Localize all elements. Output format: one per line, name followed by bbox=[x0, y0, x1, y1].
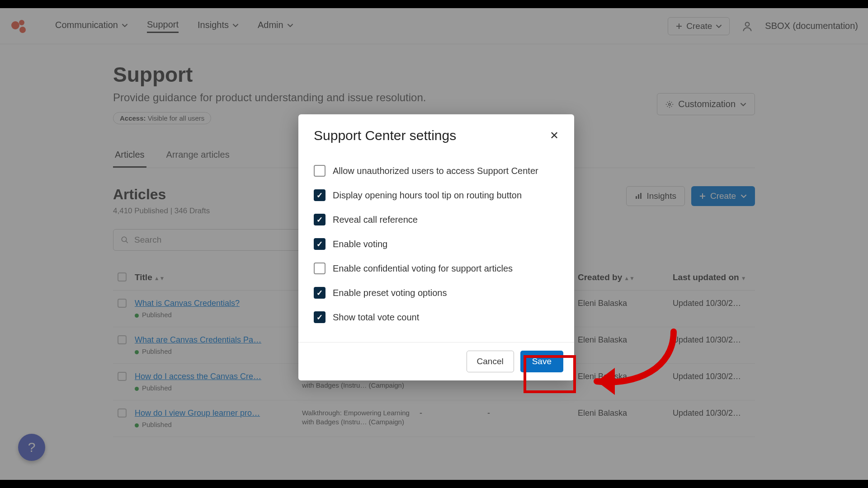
settings-option[interactable]: Reveal call reference bbox=[314, 207, 559, 232]
settings-option[interactable]: Enable voting bbox=[314, 232, 559, 256]
cancel-button[interactable]: Cancel bbox=[467, 351, 514, 372]
option-label: Show total vote count bbox=[333, 312, 419, 323]
settings-option[interactable]: Display opening hours tool tip on routin… bbox=[314, 183, 559, 207]
app-stage: Communication Support Insights Admin Cre… bbox=[0, 8, 868, 480]
checkbox[interactable] bbox=[314, 165, 326, 177]
settings-option[interactable]: Show total vote count bbox=[314, 305, 559, 329]
option-label: Reveal call reference bbox=[333, 215, 418, 225]
checkbox[interactable] bbox=[314, 263, 326, 274]
option-label: Enable confidential voting for support a… bbox=[333, 263, 513, 274]
settings-option[interactable]: Allow unauthorized users to access Suppo… bbox=[314, 159, 559, 183]
save-button[interactable]: Save bbox=[520, 351, 563, 372]
settings-option[interactable]: Enable preset voting options bbox=[314, 281, 559, 305]
option-label: Allow unauthorized users to access Suppo… bbox=[333, 166, 538, 176]
modal-title: Support Center settings bbox=[314, 128, 456, 143]
checkbox[interactable] bbox=[314, 238, 326, 250]
option-label: Display opening hours tool tip on routin… bbox=[333, 190, 522, 201]
checkbox[interactable] bbox=[314, 287, 326, 299]
settings-modal: Support Center settings ✕ Allow unauthor… bbox=[298, 114, 574, 380]
checkbox[interactable] bbox=[314, 311, 326, 323]
option-label: Enable preset voting options bbox=[333, 288, 447, 298]
checkbox[interactable] bbox=[314, 189, 326, 201]
option-label: Enable voting bbox=[333, 239, 387, 249]
checkbox[interactable] bbox=[314, 214, 326, 225]
settings-option[interactable]: Enable confidential voting for support a… bbox=[314, 256, 559, 281]
close-icon[interactable]: ✕ bbox=[550, 129, 559, 142]
